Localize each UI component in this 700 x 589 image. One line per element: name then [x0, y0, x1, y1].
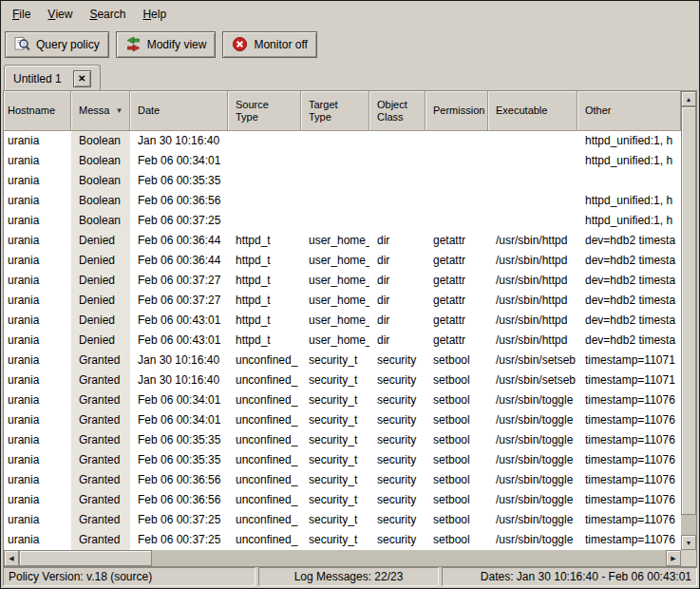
table-row[interactable]: uraniaDeniedFeb 06 00:43:01httpd_tuser_h…	[4, 331, 681, 351]
cell-message: Granted	[71, 450, 130, 470]
table-row[interactable]: uraniaGrantedJan 30 10:16:40unconfined_s…	[4, 370, 681, 390]
cell-permission: getattr	[426, 291, 488, 311]
cell-other: dev=hdb2 timesta	[577, 271, 681, 291]
log-messages-status: Log Messages: 22/23	[258, 567, 439, 586]
menu-file[interactable]: File	[4, 1, 39, 27]
table-row[interactable]: uraniaDeniedFeb 06 00:43:01httpd_tuser_h…	[4, 311, 681, 331]
cell-executable: /usr/sbin/toggle	[488, 470, 577, 490]
cell-message: Denied	[71, 311, 130, 331]
cell-source-type: unconfined_	[228, 410, 301, 430]
cell-permission	[426, 131, 488, 151]
cell-object-class: dir	[369, 291, 426, 311]
horizontal-scrollbar-trough[interactable]	[19, 550, 666, 566]
cell-object-class: security	[369, 370, 426, 390]
query-policy-label: Query policy	[36, 38, 100, 51]
table-row[interactable]: uraniaGrantedFeb 06 00:34:01unconfined_s…	[4, 410, 681, 430]
cell-permission: getattr	[426, 251, 488, 271]
toolbar: Query policy Modify view Monitor off	[1, 27, 699, 62]
arrow-up-icon: ▲	[686, 96, 692, 103]
table-row[interactable]: uraniaBooleanFeb 06 00:37:25httpd_unifie…	[4, 211, 681, 231]
table-row[interactable]: uraniaGrantedFeb 06 00:35:35unconfined_s…	[4, 430, 681, 450]
cell-other: timestamp=11076	[577, 490, 681, 510]
table-row[interactable]: uraniaGrantedFeb 06 00:35:35unconfined_s…	[4, 450, 681, 470]
column-header-other[interactable]: Other	[577, 91, 681, 131]
cell-source-type: unconfined_	[228, 450, 301, 470]
cell-object-class	[369, 171, 426, 191]
log-table-frame: HostnameMessa▼DateSource TypeTarget Type…	[4, 91, 696, 566]
table-row[interactable]: uraniaBooleanFeb 06 00:36:56httpd_unifie…	[4, 191, 681, 211]
cell-source-type: unconfined_	[228, 351, 301, 370]
table-row[interactable]: uraniaDeniedFeb 06 00:36:44httpd_tuser_h…	[4, 231, 681, 251]
cell-permission: setbool	[426, 450, 488, 470]
modify-view-icon	[125, 36, 142, 52]
cell-date: Feb 06 00:36:56	[130, 490, 228, 510]
column-header-source-type[interactable]: Source Type	[228, 91, 301, 131]
column-header-target-type[interactable]: Target Type	[301, 91, 369, 131]
cell-message: Denied	[71, 271, 130, 291]
cell-object-class	[369, 191, 426, 211]
cell-executable: /usr/sbin/toggle	[488, 390, 577, 410]
cell-message: Granted	[71, 530, 130, 550]
cell-date: Feb 06 00:43:01	[130, 331, 228, 351]
column-header-message[interactable]: Messa▼	[71, 91, 130, 131]
horizontal-scrollbar[interactable]: ◀ ▶	[4, 550, 681, 566]
cell-target-type	[301, 131, 369, 151]
modify-view-button[interactable]: Modify view	[116, 31, 217, 58]
cell-hostname: urania	[4, 231, 71, 251]
table-row[interactable]: uraniaBooleanJan 30 10:16:40httpd_unifie…	[4, 131, 681, 151]
table-row[interactable]: uraniaGrantedFeb 06 00:37:25unconfined_s…	[4, 510, 681, 530]
table-row[interactable]: uraniaDeniedFeb 06 00:37:27httpd_tuser_h…	[4, 291, 681, 311]
column-header-hostname[interactable]: Hostname	[4, 91, 71, 131]
cell-hostname: urania	[4, 151, 71, 171]
table-row[interactable]: uraniaGrantedFeb 06 00:36:56unconfined_s…	[4, 490, 681, 510]
table-row[interactable]: uraniaDeniedFeb 06 00:37:27httpd_tuser_h…	[4, 271, 681, 291]
table-row[interactable]: uraniaBooleanFeb 06 00:35:35	[4, 171, 681, 191]
menu-view[interactable]: View	[39, 1, 81, 27]
menu-help[interactable]: Help	[134, 1, 175, 27]
cell-executable: /usr/sbin/toggle	[488, 490, 577, 510]
query-policy-icon	[14, 36, 30, 52]
scroll-left-button[interactable]: ◀	[4, 550, 19, 566]
cell-date: Feb 06 00:37:27	[130, 291, 228, 311]
column-header-executable[interactable]: Executable	[488, 91, 577, 131]
cell-hostname: urania	[4, 490, 71, 510]
cell-source-type	[228, 211, 301, 231]
cell-date: Jan 30 10:16:40	[130, 351, 228, 370]
cell-date: Feb 06 00:37:25	[130, 530, 228, 550]
query-policy-button[interactable]: Query policy	[5, 31, 109, 58]
column-header-date[interactable]: Date	[130, 91, 228, 131]
table-row[interactable]: uraniaGrantedJan 30 10:16:40unconfined_s…	[4, 351, 681, 370]
cell-executable: /usr/sbin/toggle	[488, 410, 577, 430]
cell-message: Denied	[71, 331, 130, 351]
menubar: FileViewSearchHelp	[1, 1, 699, 27]
cell-source-type: httpd_t	[228, 231, 301, 251]
table-row[interactable]: uraniaGrantedFeb 06 00:34:01unconfined_s…	[4, 390, 681, 410]
cell-source-type: unconfined_	[228, 530, 301, 550]
tab-untitled-1[interactable]: Untitled 1 ✕	[4, 65, 101, 91]
table-row[interactable]: uraniaGrantedFeb 06 00:37:25unconfined_s…	[4, 530, 681, 550]
column-header-permission[interactable]: Permission	[426, 91, 488, 131]
vertical-scrollbar-thumb[interactable]	[681, 106, 696, 515]
horizontal-scrollbar-thumb[interactable]	[19, 550, 152, 566]
monitor-off-button[interactable]: Monitor off	[222, 31, 316, 58]
scroll-up-button[interactable]: ▲	[681, 91, 696, 106]
cell-message: Boolean	[71, 191, 130, 211]
cell-executable	[488, 151, 577, 171]
cell-hostname: urania	[4, 390, 71, 410]
vertical-scrollbar-trough[interactable]	[681, 106, 696, 535]
column-header-object-class[interactable]: Object Class	[369, 91, 426, 131]
tab-close-button[interactable]: ✕	[73, 70, 91, 87]
cell-permission: setbool	[426, 470, 488, 490]
vertical-scrollbar[interactable]: ▲ ▼	[681, 91, 696, 550]
table-row[interactable]: uraniaGrantedFeb 06 00:36:56unconfined_s…	[4, 470, 681, 490]
cell-object-class: dir	[369, 231, 426, 251]
menu-search[interactable]: Search	[81, 1, 134, 27]
table-row[interactable]: uraniaDeniedFeb 06 00:36:44httpd_tuser_h…	[4, 251, 681, 271]
cell-permission: getattr	[426, 271, 488, 291]
scroll-down-button[interactable]: ▼	[681, 535, 696, 550]
cell-message: Granted	[71, 490, 130, 510]
cell-target-type	[301, 171, 369, 191]
scroll-right-button[interactable]: ▶	[666, 550, 681, 566]
cell-executable: /usr/sbin/httpd	[488, 251, 577, 271]
table-row[interactable]: uraniaBooleanFeb 06 00:34:01httpd_unifie…	[4, 151, 681, 171]
